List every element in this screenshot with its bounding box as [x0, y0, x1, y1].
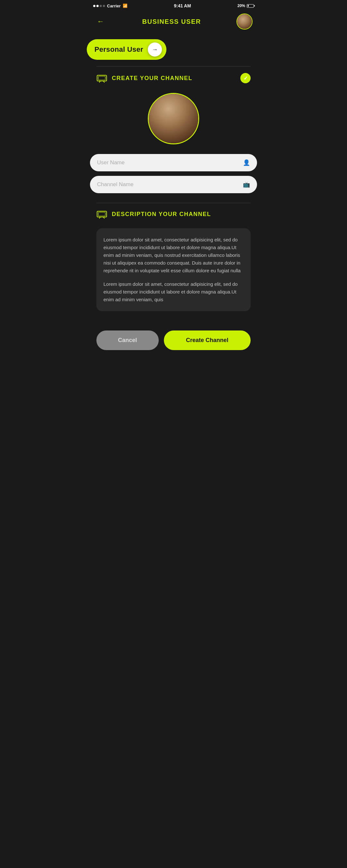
- create-channel-button[interactable]: Create Channel: [164, 331, 251, 350]
- signal-dot-2: [96, 5, 99, 7]
- username-field-wrapper: 👤: [90, 154, 257, 172]
- channel-name-input[interactable]: [97, 181, 240, 188]
- avatar-image: [237, 14, 252, 29]
- tv-icon-create: [96, 73, 107, 83]
- battery-percent: 20%: [238, 3, 245, 8]
- carrier-label: Carrier: [107, 3, 121, 8]
- description-text-1: Lorem ipsum dolor sit amet, consectetur …: [103, 236, 244, 275]
- header-avatar[interactable]: [236, 13, 253, 30]
- signal-dots: [93, 5, 105, 7]
- status-bar: Carrier 📶 9:41 AM 20%: [87, 0, 260, 10]
- toggle-row: Personal User →: [87, 36, 260, 66]
- cancel-button[interactable]: Cancel: [96, 331, 159, 350]
- user-icon: 👤: [243, 159, 250, 166]
- profile-avatar-container[interactable]: [87, 93, 260, 144]
- input-group: 👤 📺: [90, 154, 257, 193]
- channel-name-field-wrapper: 📺: [90, 176, 257, 193]
- battery-icon: [247, 4, 254, 8]
- section-divider-mid: [96, 203, 251, 203]
- wifi-icon: 📶: [123, 3, 128, 8]
- back-button[interactable]: ←: [94, 16, 107, 27]
- create-channel-title: CREATE YOUR CHANNEL: [112, 75, 192, 82]
- profile-avatar-image: [149, 94, 198, 144]
- battery-fill: [248, 5, 249, 7]
- username-input[interactable]: [97, 159, 240, 166]
- status-left: Carrier 📶: [93, 3, 128, 8]
- tv-icon-input: 📺: [243, 181, 250, 188]
- check-icon: [240, 73, 251, 83]
- page-title: BUSINESS USER: [142, 18, 201, 25]
- section-header-desc: DESCRIPTION YOUR CHANNEL: [96, 210, 251, 219]
- description-box[interactable]: Lorem ipsum dolor sit amet, consectetur …: [96, 228, 251, 311]
- signal-dot-1: [93, 5, 95, 7]
- profile-avatar-ring: [148, 93, 199, 144]
- description-text-2: Lorem ipsum dolor sit amet, consectetur …: [103, 280, 244, 304]
- tv-icon-desc: [96, 210, 107, 219]
- status-right: 20%: [238, 3, 254, 8]
- signal-dot-4: [103, 5, 105, 7]
- bottom-actions: Cancel Create Channel: [87, 318, 260, 360]
- toggle-label: Personal User: [94, 45, 143, 54]
- create-channel-section: CREATE YOUR CHANNEL: [87, 73, 260, 83]
- svg-rect-7: [98, 212, 105, 216]
- signal-dot-3: [100, 5, 102, 7]
- desc-section-title: DESCRIPTION YOUR CHANNEL: [112, 211, 211, 218]
- toggle-arrow: →: [148, 42, 162, 57]
- description-section: DESCRIPTION YOUR CHANNEL Lorem ipsum dol…: [87, 210, 260, 311]
- personal-user-toggle[interactable]: Personal User →: [87, 39, 166, 60]
- status-time: 9:41 AM: [174, 3, 191, 8]
- svg-rect-3: [98, 76, 105, 80]
- section-header-create: CREATE YOUR CHANNEL: [96, 73, 251, 83]
- header: ← BUSINESS USER: [87, 10, 260, 36]
